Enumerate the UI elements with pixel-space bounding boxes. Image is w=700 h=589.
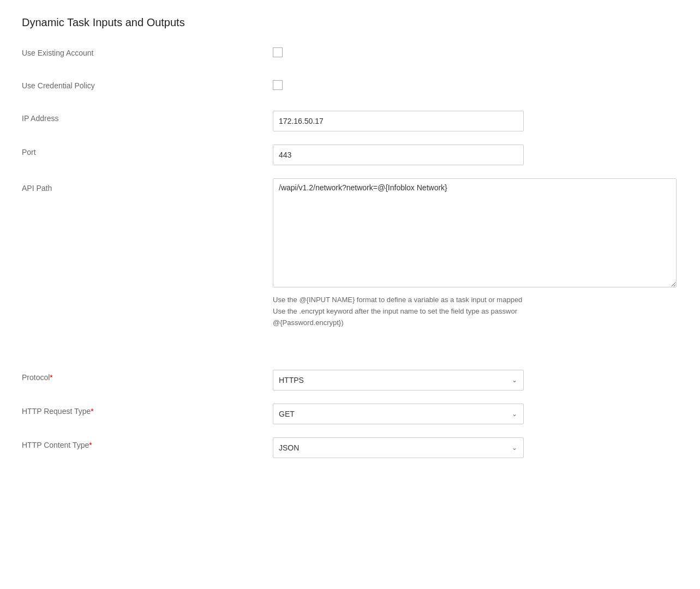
use-credential-policy-row: Use Credential Policy	[22, 78, 678, 98]
ip-address-label: IP Address	[22, 111, 273, 123]
use-existing-account-checkbox[interactable]	[273, 47, 283, 57]
use-credential-policy-checkbox[interactable]	[273, 80, 283, 90]
use-existing-account-label: Use Existing Account	[22, 45, 273, 57]
protocol-control: HTTPS HTTP ⌄	[273, 370, 678, 390]
http-content-type-control: JSON XML Text Form Data ⌄	[273, 437, 678, 458]
spacer	[22, 341, 678, 361]
api-path-row: API Path /wapi/v1.2/network?network=@{In…	[22, 178, 678, 328]
http-request-type-control: GET POST PUT DELETE PATCH ⌄	[273, 404, 678, 424]
api-path-textarea[interactable]: /wapi/v1.2/network?network=@{Infoblox Ne…	[273, 178, 677, 287]
http-request-type-select[interactable]: GET POST PUT DELETE PATCH	[273, 404, 524, 424]
http-content-type-row: HTTP Content Type* JSON XML Text Form Da…	[22, 437, 678, 458]
api-path-label: API Path	[22, 178, 273, 193]
ip-address-input[interactable]	[273, 111, 524, 131]
http-request-type-select-wrapper: GET POST PUT DELETE PATCH ⌄	[273, 404, 524, 424]
http-content-type-required-marker: *	[89, 441, 92, 449]
api-path-control: /wapi/v1.2/network?network=@{Infoblox Ne…	[273, 178, 678, 328]
use-existing-account-control	[273, 45, 678, 57]
http-content-type-select-wrapper: JSON XML Text Form Data ⌄	[273, 437, 524, 458]
port-row: Port	[22, 145, 678, 165]
protocol-label: Protocol*	[22, 370, 273, 382]
form-container: Use Existing Account Use Credential Poli…	[22, 45, 678, 458]
protocol-select-wrapper: HTTPS HTTP ⌄	[273, 370, 524, 390]
page-title: Dynamic Task Inputs and Outputs	[22, 16, 678, 29]
port-input[interactable]	[273, 145, 524, 165]
use-credential-policy-checkbox-wrapper	[273, 78, 678, 90]
use-existing-account-checkbox-wrapper	[273, 45, 678, 57]
use-credential-policy-label: Use Credential Policy	[22, 78, 273, 90]
http-request-type-required-marker: *	[91, 407, 93, 416]
http-request-type-label: HTTP Request Type*	[22, 404, 273, 416]
use-existing-account-row: Use Existing Account	[22, 45, 678, 65]
protocol-row: Protocol* HTTPS HTTP ⌄	[22, 370, 678, 390]
protocol-select[interactable]: HTTPS HTTP	[273, 370, 524, 390]
http-content-type-label: HTTP Content Type*	[22, 437, 273, 449]
port-control	[273, 145, 678, 165]
use-credential-policy-control	[273, 78, 678, 90]
ip-address-control	[273, 111, 678, 131]
http-request-type-row: HTTP Request Type* GET POST PUT DELETE P…	[22, 404, 678, 424]
api-path-hint: Use the @{INPUT NAME} format to define a…	[273, 294, 677, 328]
port-label: Port	[22, 145, 273, 157]
protocol-required-marker: *	[50, 373, 52, 382]
ip-address-row: IP Address	[22, 111, 678, 131]
http-content-type-select[interactable]: JSON XML Text Form Data	[273, 437, 524, 458]
